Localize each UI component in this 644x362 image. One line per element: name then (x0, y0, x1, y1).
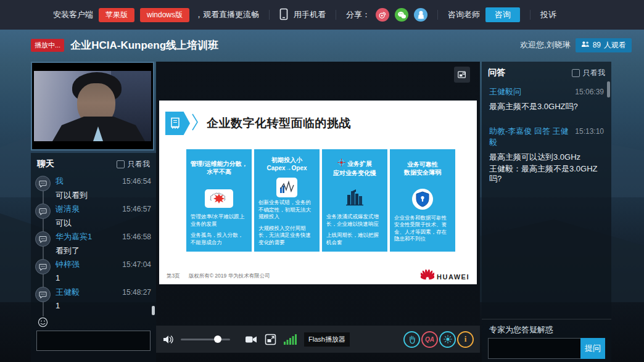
challenge-box-2: 初期投入小 Capex→Opex 创新业务试错，业务的不确定性，初期无法大规模投… (254, 149, 320, 252)
divider (269, 10, 270, 20)
watch-on-mobile-button[interactable]: 用手机看 (294, 9, 326, 20)
document-flag-icon (165, 112, 190, 135)
qa-ask-area: 专家为您答疑解惑 提问 (482, 319, 611, 362)
qa-answer-item: 助教-李嘉俊 回答 王健毅 15:13:10 最高主频可以达到3.0GHz 王健… (482, 121, 611, 186)
chat-bubble-icon (35, 176, 51, 191)
chat-header: 聊天 只看我 (31, 153, 156, 173)
qa-only-me-toggle[interactable]: 只看我 (572, 68, 605, 78)
slide-page-number: 第3页 (167, 273, 180, 280)
qa-header: 问答 只看我 (482, 62, 611, 82)
qa-author: 助教-李嘉俊 回答 王健毅 (489, 126, 575, 148)
divider (530, 10, 530, 20)
signal-bars-icon (284, 334, 297, 345)
box-body-text: 业务浪涌式或爆发式增长，企业难以快速响应 (326, 213, 383, 228)
volume-knob[interactable] (214, 335, 221, 343)
huawei-logo: HUAWEI (421, 269, 469, 281)
shield-icon (412, 189, 433, 210)
chat-message-author: 我 (56, 176, 64, 187)
flash-player-label: Flash播放器 (304, 332, 350, 347)
chat-message: 华为嘉宾115:46:58 看到了 (31, 231, 156, 259)
page-title: 企业HCIA-Kunpeng线上培训班 (70, 38, 218, 52)
raise-hand-icon[interactable] (403, 331, 420, 348)
chat-bubble-icon (35, 287, 51, 302)
chat-message-text: 1 (56, 301, 151, 310)
welcome-user-label: 欢迎您,刘晓琳 (520, 39, 571, 51)
qa-only-me-checkbox[interactable] (572, 69, 580, 77)
ask-button[interactable]: 提问 (580, 338, 605, 359)
crosshair-icon (337, 158, 345, 169)
page-background: 安装客户端 苹果版 windows版 ，观看直播更流畅 用手机看 分享： 咨询老… (0, 0, 644, 362)
weibo-share-icon[interactable] (376, 8, 389, 22)
chat-message-author: 谢清泉 (56, 204, 80, 215)
apple-version-button[interactable]: 苹果版 (99, 8, 134, 22)
chat-message-time: 15:47:04 (122, 260, 151, 269)
line-chart-icon (276, 178, 297, 197)
chat-message-author: 华为嘉宾1 (56, 231, 92, 242)
challenge-box-1: 管理/运维能力分散，水平不高 管理效率/水平难以跟上业务的发展 业务孤岛，投入分… (186, 149, 252, 252)
player-action-buttons: QA i (403, 331, 474, 348)
box-header: Capex→Opex (266, 164, 307, 173)
chat-input[interactable] (36, 331, 151, 351)
chat-message-text: 看到了 (56, 245, 151, 257)
chat-message-text: 1 (56, 273, 151, 282)
box-body-text: 企业业务和数据可靠性安全性受限于技术、资金、人才等因素，存在隐患和不到位 (394, 215, 451, 243)
viewers-people-icon (581, 41, 590, 49)
buildings-icon (345, 189, 365, 208)
screenshot-icon[interactable] (265, 334, 276, 345)
wechat-share-icon[interactable] (395, 8, 408, 22)
box-body-text: 管理效率/水平难以跟上业务的发展 (191, 213, 247, 228)
chat-bubble-icon (35, 204, 51, 219)
challenge-box-3: 业务扩展 应对业务变化慢 业务浪涌式或爆发式增长，企业难以快速响应 上线周期长，… (322, 149, 387, 252)
webcam-picture (34, 71, 151, 141)
expert-hint-label: 专家为您答疑解惑 (489, 324, 553, 335)
box-body-text: 业务孤岛，投入分散，不能形成合力 (191, 232, 247, 246)
chat-message-time: 15:46:58 (122, 232, 151, 241)
chat-message-list: 我15:46:54 可以看到 谢清泉15:46:57 可以 华为嘉宾115:46… (31, 173, 156, 316)
chat-only-me-checkbox[interactable] (117, 160, 125, 168)
chat-message: 谢清泉15:46:57 可以 (31, 204, 156, 231)
qa-icon[interactable]: QA (421, 331, 438, 348)
camera-icon[interactable] (245, 335, 257, 344)
slide-copyright: 版权所有© 2019 华为技术有限公司 (189, 273, 270, 280)
chat-panel: 聊天 只看我 我15:46:54 可以看到 谢清泉15:46:57 可以 华为嘉… (31, 153, 156, 362)
share-label: 分享： (346, 9, 370, 20)
smiley-icon[interactable] (38, 317, 48, 330)
volume-slider[interactable] (181, 339, 230, 340)
box-header: 业务扩展 (347, 160, 372, 168)
qa-panel: 问答 只看我 王健毅问 15:06:39 最高主频不是3.0GHZ吗? 助教-李… (482, 62, 611, 362)
chat-message: 我15:46:54 可以看到 (31, 176, 156, 204)
complaint-button[interactable]: 投诉 (540, 9, 556, 20)
viewers-count-badge: 89 人观看 (576, 38, 632, 52)
qa-question-item: 王健毅问 15:06:39 最高主频不是3.0GHZ吗? (482, 82, 611, 114)
box-header: 管理/运维能力分散，水平不高 (189, 160, 249, 176)
windows-version-button[interactable]: windows版 (140, 8, 189, 22)
box-body-text: 上线周期长，难以把握机会窗 (326, 232, 383, 246)
slide-title: 企业数字化转型面临的挑战 (207, 115, 351, 131)
chat-bubble-icon (35, 231, 51, 247)
box-header: 初期投入小 (271, 156, 302, 165)
chat-message: 王健毅15:48:27 1 (31, 287, 156, 315)
chat-message-time: 15:46:57 (122, 205, 151, 213)
qa-scrollbar[interactable] (607, 81, 610, 97)
chat-message-text: 可以看到 (56, 190, 151, 201)
qq-share-icon[interactable] (414, 8, 427, 22)
chat-only-me-toggle[interactable]: 只看我 (117, 159, 150, 170)
slide: 企业数字化转型面临的挑战 管理/运维能力分散，水平不高 管理效率/水平难以跟上业… (159, 101, 477, 284)
qa-time: 15:06:39 (575, 88, 604, 96)
box-header: 数据安全薄弱 (404, 168, 441, 177)
consult-button[interactable]: 咨询 (485, 7, 520, 22)
question-input[interactable] (488, 338, 580, 359)
divider (437, 10, 438, 20)
chat-scrollbar[interactable] (152, 306, 155, 315)
presenter-webcam-video[interactable] (31, 62, 154, 150)
player-controls: Flash播放器 QA i (156, 326, 480, 353)
info-icon[interactable]: i (457, 331, 474, 348)
qa-text: 最高主频不是3.0GHZ吗? (489, 102, 604, 112)
settings-sun-icon[interactable] (439, 331, 456, 348)
qa-text: 王健毅：最高主频不是3.0GHZ吗? (489, 164, 604, 184)
chat-message-time: 15:46:54 (122, 177, 151, 186)
slide-title-row: 企业数字化转型面临的挑战 (165, 112, 351, 135)
speaker-icon[interactable] (162, 334, 175, 345)
box-header: 业务可靠性 (407, 160, 438, 169)
expand-icon[interactable] (454, 67, 470, 83)
